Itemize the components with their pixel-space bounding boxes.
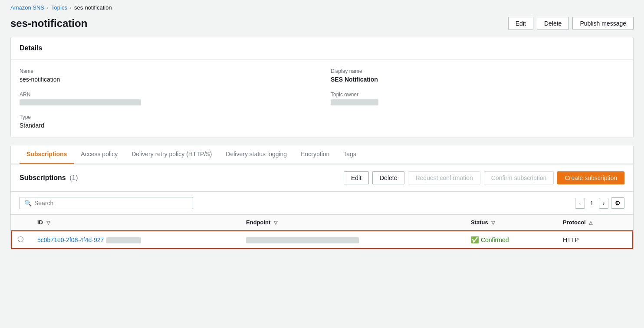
type-value: Standard [20, 122, 313, 129]
page-title: ses-notification [10, 17, 87, 30]
subscriptions-header: Subscriptions (1) Edit Delete Request co… [11, 164, 633, 192]
details-card: Details Name ses-notification ARN Type S… [10, 37, 634, 138]
detail-type: Type Standard [20, 114, 313, 129]
search-wrap: 🔍 [20, 197, 193, 209]
subscriptions-actions: Edit Delete Request confirmation Confirm… [344, 171, 624, 184]
row-id-cell: 5c0b71e0-2f08-4f4d-927 [30, 230, 239, 249]
row-radio[interactable] [18, 236, 23, 242]
col-endpoint: Endpoint ▽ [239, 215, 464, 230]
col-protocol: Protocol △ [556, 215, 633, 230]
tabs-container: Subscriptions Access policy Delivery ret… [10, 145, 634, 164]
page-header: ses-notification Edit Delete Publish mes… [0, 13, 644, 37]
row-status-cell: ✅ Confirmed [464, 230, 556, 249]
topic-owner-label: Topic owner [331, 92, 624, 98]
tab-encryption[interactable]: Encryption [294, 145, 336, 164]
detail-arn: ARN [20, 92, 313, 105]
col-id: ID ▽ [30, 215, 239, 230]
col-status-sort-icon[interactable]: ▽ [491, 220, 495, 225]
details-left: Name ses-notification ARN Type Standard [20, 68, 313, 129]
tabs: Subscriptions Access policy Delivery ret… [11, 145, 633, 164]
type-label: Type [20, 114, 313, 120]
tab-delivery-status[interactable]: Delivery status logging [219, 145, 294, 164]
arn-value-redacted [20, 99, 141, 105]
publish-message-button[interactable]: Publish message [572, 17, 634, 30]
row-protocol-cell: HTTP [556, 230, 633, 249]
search-row: 🔍 ‹ 1 › ⚙ [11, 192, 633, 215]
col-protocol-label: Protocol [563, 219, 586, 226]
breadcrumb-sep-1: › [47, 5, 49, 11]
row-id-redacted [106, 237, 141, 243]
name-label: Name [20, 68, 313, 74]
display-name-label: Display name [331, 68, 624, 74]
subs-edit-button[interactable]: Edit [344, 171, 369, 184]
table-row[interactable]: 5c0b71e0-2f08-4f4d-927 ✅ Confirmed HTTP [11, 230, 633, 249]
tab-subscriptions[interactable]: Subscriptions [20, 145, 74, 164]
col-status-label: Status [471, 219, 488, 226]
check-circle-icon: ✅ [471, 236, 479, 244]
col-endpoint-label: Endpoint [246, 219, 270, 226]
subs-title-text: Subscriptions [20, 174, 66, 181]
detail-display-name: Display name SES Notification [331, 68, 624, 83]
details-body: Name ses-notification ARN Type Standard … [11, 59, 633, 138]
details-right: Display name SES Notification Topic owne… [331, 68, 624, 129]
breadcrumb-root[interactable]: Amazon SNS [10, 4, 44, 11]
subs-count: (1) [69, 174, 78, 181]
prev-page-button[interactable]: ‹ [575, 198, 585, 209]
detail-topic-owner: Topic owner [331, 92, 624, 105]
name-value: ses-notification [20, 76, 313, 83]
subs-delete-button[interactable]: Delete [372, 171, 404, 184]
status-confirmed: ✅ Confirmed [471, 236, 549, 244]
col-status: Status ▽ [464, 215, 556, 230]
col-id-sort-icon[interactable]: ▽ [46, 220, 50, 225]
col-id-label: ID [37, 219, 43, 226]
protocol-value: HTTP [563, 236, 579, 243]
row-endpoint-redacted [246, 237, 359, 243]
delete-button[interactable]: Delete [537, 17, 569, 30]
edit-button[interactable]: Edit [508, 17, 533, 30]
request-confirmation-button[interactable]: Request confirmation [408, 171, 480, 184]
details-header: Details [11, 37, 633, 59]
row-endpoint-cell [239, 230, 464, 249]
subscriptions-card: Subscriptions (1) Edit Delete Request co… [10, 164, 634, 249]
header-actions: Edit Delete Publish message [508, 17, 634, 30]
status-text: Confirmed [481, 236, 509, 243]
subscriptions-table: ID ▽ Endpoint ▽ Status ▽ Protocol △ [11, 215, 633, 249]
detail-name: Name ses-notification [20, 68, 313, 83]
breadcrumb-current: ses-notification [74, 4, 112, 11]
search-icon: 🔍 [24, 200, 32, 207]
table-settings-button[interactable]: ⚙ [611, 197, 624, 209]
topic-owner-value-redacted [331, 99, 378, 105]
page-number: 1 [588, 200, 596, 207]
pagination: ‹ 1 › ⚙ [575, 197, 624, 209]
subscriptions-table-wrap: ID ▽ Endpoint ▽ Status ▽ Protocol △ [11, 215, 633, 249]
search-input[interactable] [34, 200, 188, 207]
tab-access-policy[interactable]: Access policy [74, 145, 125, 164]
next-page-button[interactable]: › [599, 198, 608, 209]
col-endpoint-sort-icon[interactable]: ▽ [274, 220, 277, 225]
row-id-link[interactable]: 5c0b71e0-2f08-4f4d-927 [37, 236, 104, 243]
confirm-subscription-button[interactable]: Confirm subscription [484, 171, 554, 184]
arn-label: ARN [20, 92, 313, 98]
col-select [11, 215, 30, 230]
create-subscription-button[interactable]: Create subscription [557, 171, 624, 184]
subscriptions-title: Subscriptions (1) [20, 174, 78, 182]
table-header-row: ID ▽ Endpoint ▽ Status ▽ Protocol △ [11, 215, 633, 230]
breadcrumb: Amazon SNS › Topics › ses-notification [0, 0, 644, 13]
col-protocol-sort-icon[interactable]: △ [589, 220, 592, 225]
row-radio-cell [11, 230, 30, 249]
tab-delivery-retry[interactable]: Delivery retry policy (HTTP/S) [125, 145, 219, 164]
tab-tags[interactable]: Tags [336, 145, 363, 164]
details-grid: Name ses-notification ARN Type Standard … [20, 68, 624, 129]
breadcrumb-parent[interactable]: Topics [51, 4, 67, 11]
display-name-value: SES Notification [331, 76, 624, 83]
breadcrumb-sep-2: › [70, 5, 72, 11]
